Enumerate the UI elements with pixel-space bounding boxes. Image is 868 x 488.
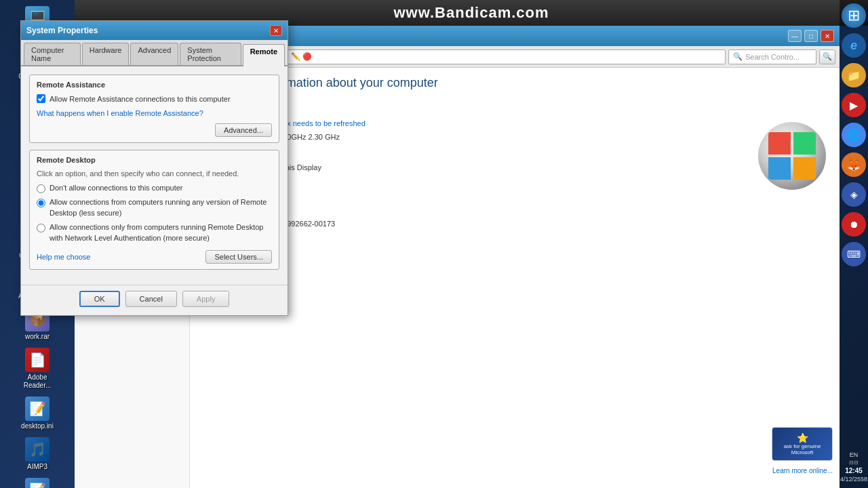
tab-system-protection[interactable]: System Protection — [180, 43, 241, 65]
tray-icons: ⊟⊟ — [849, 460, 859, 466]
firefox-button[interactable]: 🦊 — [842, 152, 866, 177]
flag-red — [768, 132, 791, 155]
rights-row: All rights reserved. — [201, 109, 829, 117]
allow-remote-assistance-row: Allow Remote Assistance connections to t… — [37, 94, 272, 103]
folder-right-icon: 📁 — [847, 69, 861, 82]
search-bar[interactable]: 🔍 Search Contro... — [728, 49, 816, 64]
help-me-choose-link[interactable]: Help me choose — [37, 253, 91, 261]
adobe-icon-label: Adobe Reader... — [13, 373, 62, 390]
advanced-button[interactable]: Advanced... — [215, 123, 272, 137]
remote-assistance-section: Remote Assistance Allow Remote Assistanc… — [29, 75, 279, 143]
input-button[interactable]: ⌨ — [842, 242, 866, 266]
ie-button[interactable]: e — [842, 33, 866, 58]
maximize-button[interactable]: □ — [804, 30, 818, 42]
remote-desktop-desc: Click an option, and then specify who ca… — [37, 169, 272, 178]
advanced-btn-container: Advanced... — [37, 123, 272, 137]
option-no-connections: Don't allow connections to this computer — [37, 183, 272, 193]
ram-row: GB usable) — [201, 143, 829, 151]
cpu-row: TM) i5-2410M CPU @ 2.30GHz 2.30 GHz — [201, 133, 829, 141]
search-button[interactable]: 🔍 — [819, 49, 835, 64]
input-row: uch Input is available for this Display — [201, 163, 829, 171]
windows-orb-icon: ⊞ — [848, 7, 860, 24]
allow-any-label: Allow connections from computers running… — [50, 197, 272, 218]
allow-remote-assistance-checkbox[interactable] — [37, 94, 45, 103]
product-id-row: Product ID: 00426-OEM-8992662-00173 — [201, 220, 829, 228]
dialog-titlebar: System Properties ✕ — [21, 21, 288, 40]
allow-nla-radio[interactable] — [37, 224, 45, 232]
close-button[interactable]: ✕ — [821, 30, 834, 42]
desktop-ini2-icon: 📝 — [25, 478, 50, 488]
windows-edition-label: Windows edition — [201, 96, 829, 105]
tray-date: 4/12/2558 — [840, 476, 867, 483]
remote-desktop-options: Don't allow connections to this computer… — [37, 183, 272, 243]
desktop: www.Bandicam.com 🖥️ Computer ⚙️ Control … — [0, 0, 868, 488]
tab-advanced[interactable]: Advanced — [130, 43, 178, 65]
chrome-right-button[interactable]: 🌐 — [842, 123, 866, 147]
minimize-button[interactable]: — — [788, 30, 802, 42]
dialog-footer: OK Cancel Apply — [21, 285, 288, 315]
tab-remote[interactable]: Remote — [243, 44, 285, 66]
tray-time: 12:45 — [845, 467, 863, 474]
start-button[interactable]: ⊞ — [842, 3, 866, 28]
desktop-ini-icon-label: desktop.ini — [21, 422, 54, 430]
ie-icon: e — [850, 39, 857, 53]
dialog-close-button[interactable]: ✕ — [270, 25, 282, 36]
folder-button[interactable]: 📁 — [842, 63, 866, 87]
flag-yellow — [793, 157, 816, 180]
flag-blue — [768, 157, 791, 180]
tab-hardware[interactable]: Hardware — [82, 43, 130, 65]
dialog-body: Remote Assistance Allow Remote Assistanc… — [21, 66, 288, 285]
flag-green — [793, 132, 816, 155]
ok-button[interactable]: OK — [79, 291, 120, 307]
desktop-icon-desktop-ini[interactable]: 📝 desktop.ini — [10, 394, 64, 433]
activation-section: Windows is activated Product ID: 00426-O… — [201, 209, 829, 228]
aimp-icon-label: AIMP3 — [27, 463, 47, 471]
learn-more-link[interactable]: Learn more online... — [772, 467, 833, 474]
genuine-label: ask for genuine Microsoft — [772, 443, 832, 455]
3d-icon: ◈ — [850, 189, 858, 200]
firefox-icon: 🦊 — [847, 159, 861, 171]
system-tray: EN ⊟⊟ 12:45 4/12/2558 — [840, 451, 867, 488]
dialog-tabs: Computer Name Hardware Advanced System P… — [21, 40, 288, 66]
allow-remote-assistance-label: Allow Remote Assistance connections to t… — [50, 95, 231, 103]
tab-computer-name[interactable]: Computer Name — [24, 43, 81, 65]
adobe-icon: 📄 — [25, 348, 50, 372]
option-allow-any: Allow connections from computers running… — [37, 197, 272, 218]
windows-logo — [758, 122, 826, 190]
winrar-icon-label: work.rar — [25, 333, 50, 341]
genuine-badge: ⭐ ask for genuine Microsoft — [772, 427, 833, 461]
refresh-index-link[interactable]: Windows Experience Index needs to be ref… — [201, 119, 829, 127]
lang-indicator: EN — [850, 451, 859, 458]
allow-any-radio[interactable] — [37, 199, 45, 207]
dialog-title: System Properties — [26, 26, 98, 35]
no-connections-radio[interactable] — [37, 184, 45, 193]
cancel-button[interactable]: Cancel — [125, 291, 177, 307]
input-icon: ⌨ — [847, 249, 861, 260]
apply-button[interactable]: Apply — [182, 291, 230, 307]
remote-desktop-footer: Help me choose Select Users... — [37, 250, 272, 264]
desktop-icon-adobe[interactable]: 📄 Adobe Reader... — [10, 345, 64, 392]
rec-button[interactable]: ⏺ — [842, 212, 866, 237]
change-settings-link[interactable]: ⚙️ Change settings — [201, 187, 829, 196]
panel-title: View basic information about your comput… — [201, 76, 829, 90]
window-controls: — □ ✕ — [788, 30, 834, 42]
system-properties-dialog: System Properties ✕ Computer Name Hardwa… — [20, 20, 288, 316]
desktop-icon-aimp[interactable]: 🎵 AIMP3 — [10, 434, 64, 474]
desktop-icon-desktop-ini2[interactable]: 📝 desktop.ini — [10, 475, 64, 488]
bandicam-text: www.Bandicam.com — [393, 4, 549, 22]
remote-desktop-title: Remote Desktop — [37, 156, 272, 164]
rec-icon: ⏺ — [849, 219, 859, 230]
option-allow-nla: Allow connections only from computers ru… — [37, 222, 272, 243]
media-button[interactable]: ▶ — [842, 93, 866, 117]
remote-assistance-help-link[interactable]: What happens when I enable Remote Assist… — [37, 109, 203, 117]
desktop-ini-icon: 📝 — [25, 396, 50, 421]
aimp-icon: 🎵 — [25, 437, 50, 462]
select-users-button[interactable]: Select Users... — [205, 250, 272, 264]
3d-button[interactable]: ◈ — [842, 182, 866, 207]
media-icon: ▶ — [850, 99, 858, 112]
remote-desktop-section: Remote Desktop Click an option, and then… — [29, 150, 279, 270]
genuine-star-icon: ⭐ — [797, 432, 808, 443]
os-row: ing System — [201, 153, 829, 161]
allow-nla-label: Allow connections only from computers ru… — [50, 222, 272, 243]
remote-assistance-title: Remote Assistance — [37, 81, 272, 89]
